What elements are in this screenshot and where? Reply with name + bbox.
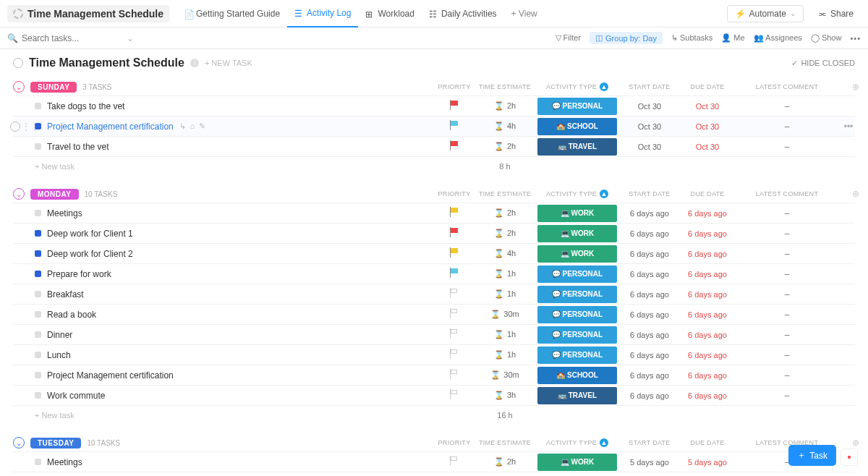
estimate-cell[interactable]: ⌛30m [476, 310, 534, 319]
task-name[interactable]: Deep work for Client 2 [47, 249, 133, 259]
task-row[interactable]: Meetings ⌛2h 💻 WORK 6 days ago 6 days ag… [13, 203, 855, 223]
status-square[interactable] [35, 250, 41, 257]
priority-cell[interactable] [433, 456, 476, 468]
space-title-chip[interactable]: Time Management Schedule [7, 5, 169, 22]
comment-cell[interactable]: – [736, 229, 838, 239]
comment-cell[interactable]: – [736, 101, 838, 111]
comment-cell[interactable]: – [736, 269, 838, 279]
activity-cell[interactable]: 💬 PERSONAL [534, 306, 621, 323]
drag-icon[interactable]: ⋮⋮ [22, 122, 39, 132]
apps-button[interactable] [841, 449, 858, 466]
start-date-cell[interactable]: 6 days ago [621, 391, 678, 400]
activity-cell[interactable]: 💻 WORK [534, 454, 621, 471]
show-button[interactable]: ◯ Show [811, 33, 842, 43]
comment-cell[interactable]: – [736, 350, 838, 360]
col-start[interactable]: START DATE [621, 439, 678, 446]
group-chip[interactable]: TUESDAY [30, 438, 81, 449]
activity-chip[interactable]: 🚌 TRAVEL [537, 138, 617, 156]
add-column-button[interactable]: ⊕ [838, 82, 859, 92]
tab-getting-started-guide[interactable]: 📄Getting Started Guide [176, 0, 287, 27]
due-date-cell[interactable]: 5 days ago [678, 458, 736, 467]
col-activity[interactable]: ACTIVITY TYPE▲ [534, 438, 621, 447]
due-date-cell[interactable]: Oct 30 [678, 143, 736, 151]
priority-cell[interactable] [433, 207, 476, 219]
due-date-cell[interactable]: 6 days ago [678, 331, 736, 339]
due-date-cell[interactable]: 6 days ago [678, 270, 736, 279]
status-square[interactable] [35, 392, 41, 399]
row-hover-actions[interactable]: ↳⌂✎ [179, 122, 206, 131]
start-date-cell[interactable]: Oct 30 [621, 143, 678, 151]
task-name[interactable]: Take dogs to the vet [47, 101, 124, 111]
estimate-cell[interactable]: ⌛2h [476, 142, 534, 151]
start-date-cell[interactable]: 6 days ago [621, 250, 678, 258]
subtask-icon[interactable]: ↳ [179, 122, 186, 131]
activity-cell[interactable]: 💻 WORK [534, 245, 621, 263]
activity-chip[interactable]: 💬 PERSONAL [537, 286, 617, 303]
add-view-button[interactable]: + View [504, 0, 545, 27]
task-name[interactable]: Deep work for Client 1 [47, 229, 133, 239]
task-row[interactable]: Read a book ⌛30m 💬 PERSONAL 6 days ago 6… [13, 304, 855, 324]
task-name[interactable]: Breakfast [47, 289, 84, 299]
new-task-row[interactable]: + New task [13, 411, 433, 420]
col-due[interactable]: DUE DATE [678, 83, 736, 90]
task-name[interactable]: Meetings [47, 457, 82, 467]
estimate-cell[interactable]: ⌛1h [476, 330, 534, 339]
priority-cell[interactable] [433, 349, 476, 361]
activity-cell[interactable]: 💬 PERSONAL [534, 265, 621, 283]
due-date-cell[interactable]: 6 days ago [678, 229, 736, 238]
col-priority[interactable]: PRIORITY [433, 439, 476, 446]
new-task-row[interactable]: + New task [13, 162, 433, 171]
start-date-cell[interactable]: 5 days ago [621, 458, 678, 467]
status-square[interactable] [35, 103, 41, 109]
col-start[interactable]: START DATE [621, 190, 678, 197]
col-estimate[interactable]: TIME ESTIMATE [476, 83, 534, 90]
status-square[interactable] [35, 311, 41, 318]
task-row[interactable]: Take dogs to the vet ⌛2h 💬 PERSONAL Oct … [13, 95, 855, 116]
comment-cell[interactable]: – [736, 122, 838, 132]
col-comment[interactable]: LATEST COMMENT [736, 190, 838, 197]
tab-workload[interactable]: ⊞Workload [358, 0, 421, 27]
collapse-group-button[interactable]: ⌄ [13, 188, 25, 200]
status-square[interactable] [35, 210, 41, 216]
due-date-cell[interactable]: 6 days ago [678, 250, 736, 258]
priority-cell[interactable] [433, 288, 476, 300]
activity-chip[interactable]: 💻 WORK [537, 245, 617, 263]
priority-cell[interactable] [433, 308, 476, 320]
comment-cell[interactable]: – [736, 142, 838, 152]
task-name[interactable]: Dinner [47, 330, 72, 340]
task-row[interactable]: Deep work for Client 2 ⌛ [13, 472, 855, 476]
status-square[interactable] [35, 372, 41, 378]
estimate-cell[interactable]: ⌛1h [476, 269, 534, 279]
comment-cell[interactable]: – [736, 310, 838, 320]
start-date-cell[interactable]: 6 days ago [621, 371, 678, 380]
status-square[interactable] [35, 331, 41, 338]
start-date-cell[interactable]: Oct 30 [621, 102, 678, 111]
activity-chip[interactable]: 💬 PERSONAL [537, 326, 617, 344]
due-date-cell[interactable]: Oct 30 [678, 102, 736, 111]
activity-cell[interactable]: 🚌 TRAVEL [534, 387, 621, 404]
estimate-cell[interactable]: ⌛4h [476, 249, 534, 258]
status-square[interactable] [35, 271, 41, 277]
activity-chip[interactable]: 🚌 TRAVEL [537, 387, 617, 404]
task-row[interactable]: Travel to the vet ⌛2h 🚌 TRAVEL Oct 30 Oc… [13, 136, 855, 156]
due-date-cell[interactable]: 6 days ago [678, 290, 736, 299]
activity-cell[interactable]: 🏫 SCHOOL [534, 118, 621, 135]
status-square[interactable] [35, 230, 41, 237]
activity-chip[interactable]: 💬 PERSONAL [537, 306, 617, 323]
select-circle[interactable] [10, 122, 20, 132]
comment-cell[interactable]: – [736, 208, 838, 218]
tab-activity-log[interactable]: ☰Activity Log [287, 0, 358, 27]
more-icon[interactable]: ••• [850, 34, 861, 43]
col-activity[interactable]: ACTIVITY TYPE▲ [534, 190, 621, 198]
task-row[interactable]: Deep work for Client 2 ⌛4h 💻 WORK 6 days… [13, 243, 855, 263]
priority-cell[interactable] [433, 140, 476, 153]
activity-chip[interactable]: 💻 WORK [537, 454, 617, 471]
start-date-cell[interactable]: 6 days ago [621, 270, 678, 279]
estimate-cell[interactable]: ⌛30m [476, 370, 534, 380]
group-chip[interactable]: MONDAY [30, 189, 79, 200]
task-row[interactable]: ⋮⋮ Project Management certification ↳⌂✎ … [13, 116, 855, 136]
status-square[interactable] [35, 352, 41, 358]
col-priority[interactable]: PRIORITY [433, 83, 476, 90]
col-estimate[interactable]: TIME ESTIMATE [476, 190, 534, 197]
activity-chip[interactable]: 💬 PERSONAL [537, 265, 617, 283]
